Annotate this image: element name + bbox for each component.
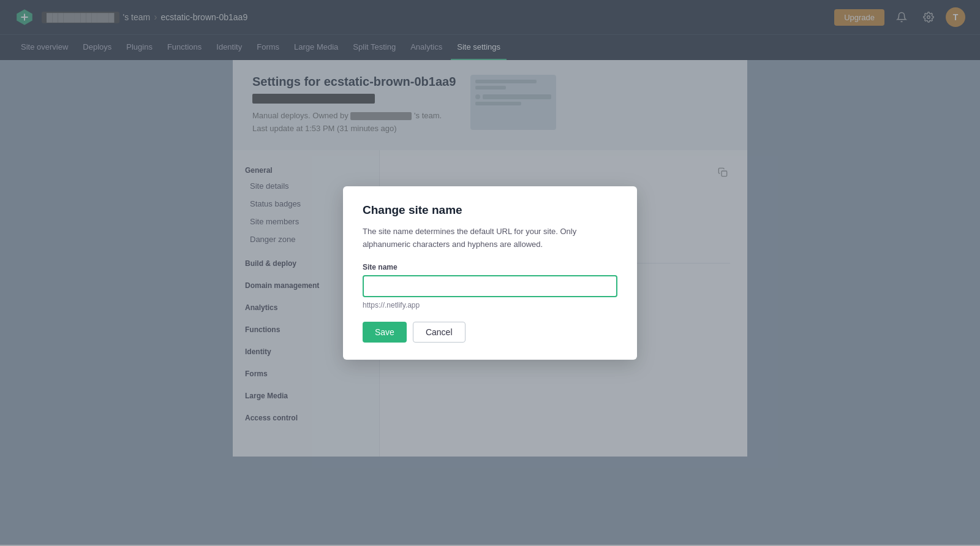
site-name-input[interactable] bbox=[363, 275, 617, 297]
modal-overlay[interactable]: Change site name The site name determine… bbox=[0, 0, 980, 545]
site-name-label: Site name bbox=[363, 263, 617, 271]
cancel-button[interactable]: Cancel bbox=[413, 322, 466, 343]
change-site-name-modal: Change site name The site name determine… bbox=[343, 186, 637, 360]
save-button[interactable]: Save bbox=[363, 322, 407, 343]
url-hint: https://.netlify.app bbox=[363, 301, 617, 309]
modal-description: The site name determines the default URL… bbox=[363, 226, 617, 251]
modal-actions: Save Cancel bbox=[363, 322, 617, 343]
modal-title: Change site name bbox=[363, 203, 617, 217]
